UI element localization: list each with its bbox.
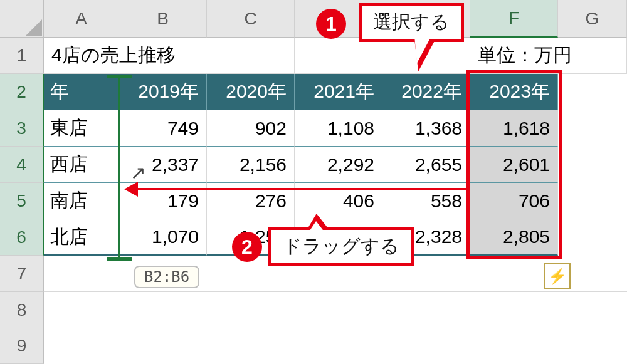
cell-D3[interactable]: 1,108 <box>295 110 382 147</box>
cell-E1[interactable] <box>382 38 470 74</box>
cell-B5[interactable]: 179 <box>119 183 207 219</box>
cell-D2[interactable]: 2021年 <box>295 74 382 110</box>
cell-A3[interactable]: 東店 <box>44 110 119 147</box>
cell-B6[interactable]: 1,070 <box>119 219 207 256</box>
cell-D4[interactable]: 2,292 <box>295 147 382 183</box>
col-header-G[interactable]: G <box>558 0 627 38</box>
cell-E2[interactable]: 2022年 <box>382 74 470 110</box>
row-header-4[interactable]: 4 <box>0 147 44 183</box>
row-header-6[interactable]: 6 <box>0 219 44 256</box>
cell-E4[interactable]: 2,655 <box>382 147 470 183</box>
row-header-3[interactable]: 3 <box>0 110 44 147</box>
row-7-cells[interactable] <box>44 256 627 292</box>
cell-A5[interactable]: 南店 <box>44 183 119 219</box>
cell-A4[interactable]: 西店 <box>44 147 119 183</box>
cell-C5[interactable]: 276 <box>207 183 295 219</box>
cell-D5[interactable]: 406 <box>295 183 382 219</box>
autofill-smart-tag[interactable]: ⚡ <box>544 263 571 289</box>
col-header-B[interactable]: B <box>119 0 207 38</box>
col-header-C[interactable]: C <box>207 0 295 38</box>
row-header-2[interactable]: 2 <box>0 74 44 110</box>
col-header-E[interactable]: E <box>382 0 470 38</box>
cell-B2[interactable]: 2019年 <box>119 74 207 110</box>
select-all-corner[interactable] <box>0 0 44 38</box>
cell-C1[interactable] <box>207 38 295 74</box>
cell-F2[interactable]: 2023年 <box>470 74 558 110</box>
col-header-F[interactable]: F <box>470 0 558 38</box>
cell-A6[interactable]: 北店 <box>44 219 119 256</box>
cell-C2[interactable]: 2020年 <box>207 74 295 110</box>
col-header-D[interactable]: D <box>295 0 382 38</box>
cell-F1-unit[interactable]: 単位：万円 <box>470 38 627 74</box>
cell-C4[interactable]: 2,156 <box>207 147 295 183</box>
cell-F4[interactable]: 2,601 <box>470 147 558 183</box>
cell-C6[interactable]: 1,250 <box>207 219 295 256</box>
row-9-cells[interactable] <box>44 328 627 364</box>
cell-E3[interactable]: 1,368 <box>382 110 470 147</box>
cell-E6[interactable]: 2,328 <box>382 219 470 256</box>
row-header-5[interactable]: 5 <box>0 183 44 219</box>
row-header-7[interactable]: 7 <box>0 256 44 292</box>
cell-F5[interactable]: 706 <box>470 183 558 219</box>
cell-A2-year-label[interactable]: 年 <box>44 74 119 110</box>
row-header-9[interactable]: 9 <box>0 328 44 364</box>
cell-F6[interactable]: 2,805 <box>470 219 558 256</box>
cell-D1[interactable] <box>295 38 382 74</box>
cell-B3[interactable]: 749 <box>119 110 207 147</box>
cell-E5[interactable]: 558 <box>382 183 470 219</box>
cell-A1-title[interactable]: 4店の売上推移 <box>44 38 207 74</box>
row-header-8[interactable]: 8 <box>0 292 44 328</box>
row-header-1[interactable]: 1 <box>0 38 44 74</box>
row-8-cells[interactable] <box>44 292 627 328</box>
cell-F3[interactable]: 1,618 <box>470 110 558 147</box>
cell-D6[interactable]: 1,770 <box>295 219 382 256</box>
cell-B4[interactable]: 2,337 <box>119 147 207 183</box>
col-header-A[interactable]: A <box>44 0 119 38</box>
cell-C3[interactable]: 902 <box>207 110 295 147</box>
